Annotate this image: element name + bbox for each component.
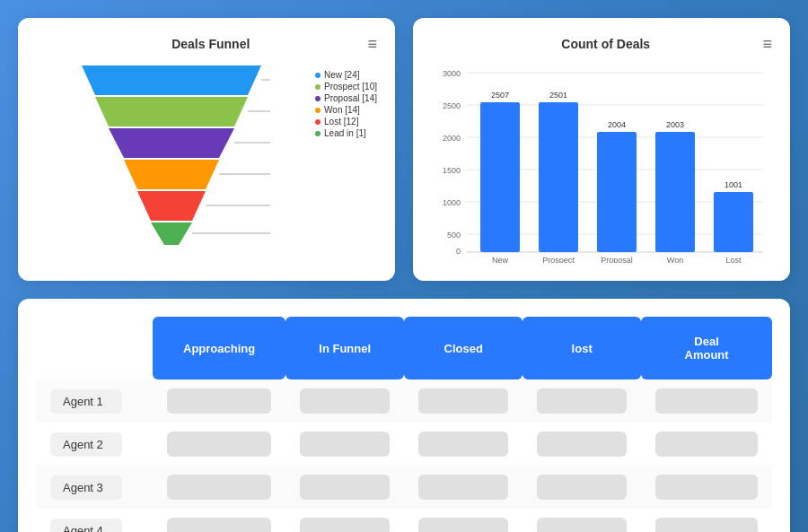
funnel-svg-area	[36, 65, 306, 245]
lost-bar-4	[537, 518, 627, 532]
approaching-bar-2	[167, 432, 271, 457]
funnel-labels: New [24] Prospect [10] Proposal [14] Won…	[315, 65, 377, 138]
lost-bar-1	[537, 388, 627, 414]
approaching-cell-3	[153, 466, 285, 509]
agent-table: Approaching In Funnel Closed lost Deal A…	[36, 317, 772, 532]
funnel-label-1: Prospect [10]	[315, 82, 377, 92]
svg-text:2501: 2501	[549, 91, 567, 100]
funnel-card: Deals Funnel ≡	[18, 18, 395, 281]
closed-cell-3	[404, 466, 523, 509]
funnel-label-3: Won [14]	[315, 105, 377, 115]
agent-name-1: Agent 1	[50, 389, 122, 414]
funnel-label-text-0: New [24]	[324, 70, 359, 80]
closed-bar-3	[418, 475, 508, 500]
th-lost: lost	[523, 317, 641, 379]
svg-marker-0	[82, 65, 261, 95]
dealamount-cell-4	[641, 509, 772, 532]
closed-cell-2	[404, 423, 523, 466]
funnel-label-text-1: Prospect [10]	[324, 82, 377, 92]
lost-bar-2	[537, 432, 627, 457]
dealamount-header-btn[interactable]: Deal Amount	[655, 326, 758, 371]
lost-cell-4	[523, 509, 641, 532]
funnel-label-text-2: Proposal [14]	[324, 93, 377, 103]
approaching-cell-1	[153, 379, 285, 423]
infunnel-cell-1	[285, 379, 404, 423]
funnel-dot-2	[315, 96, 321, 101]
lost-bar-3	[537, 475, 627, 500]
funnel-menu-icon[interactable]: ≡	[367, 36, 377, 52]
infunnel-header-btn[interactable]: In Funnel	[300, 333, 390, 364]
funnel-dot-4	[315, 119, 321, 125]
table-row: Agent 3	[36, 466, 772, 509]
approaching-bar-1	[167, 388, 271, 414]
bar-chart-card: Count of Deals ≡ 3000 2500 2000 1500 100…	[413, 18, 790, 281]
svg-rect-32	[597, 132, 637, 252]
funnel-label-0: New [24]	[315, 70, 377, 80]
approaching-cell-2	[153, 423, 285, 466]
th-agent	[36, 317, 153, 379]
dealamount-bar-3	[655, 475, 758, 500]
approaching-header-btn[interactable]: Approaching	[167, 333, 271, 364]
svg-marker-2	[109, 128, 234, 158]
lost-cell-3	[523, 466, 641, 509]
table-header-row: Approaching In Funnel Closed lost Deal A…	[36, 317, 772, 379]
closed-header-btn[interactable]: Closed	[418, 333, 508, 364]
funnel-label-4: Lost [12]	[315, 117, 377, 126]
lost-header-btn[interactable]: lost	[537, 333, 627, 364]
svg-rect-38	[714, 192, 753, 252]
funnel-svg	[73, 65, 270, 245]
bar-chart-title: Count of Deals	[449, 37, 762, 51]
svg-text:1500: 1500	[443, 166, 461, 175]
funnel-dot-1	[315, 84, 321, 90]
lost-cell-1	[523, 379, 641, 423]
lost-cell-2	[523, 423, 641, 466]
table-row: Agent 1	[36, 379, 772, 423]
svg-text:2004: 2004	[608, 120, 626, 129]
svg-text:Won: Won	[667, 256, 683, 263]
closed-cell-4	[404, 509, 523, 532]
infunnel-bar-3	[300, 475, 390, 500]
bar-chart-menu-icon[interactable]: ≡	[762, 36, 772, 52]
closed-bar-1	[418, 388, 508, 414]
dealamount-bar-4	[655, 518, 758, 532]
infunnel-bar-1	[300, 388, 390, 414]
approaching-cell-4	[153, 509, 285, 532]
svg-marker-3	[124, 160, 219, 189]
svg-text:2000: 2000	[443, 134, 461, 143]
agent-name-3: Agent 3	[50, 475, 122, 500]
th-closed: Closed	[404, 317, 523, 379]
funnel-label-2: Proposal [14]	[315, 93, 377, 103]
svg-text:1001: 1001	[725, 180, 742, 189]
infunnel-cell-2	[285, 423, 404, 466]
svg-text:Proposal: Proposal	[601, 256, 633, 263]
funnel-label-5: Lead in [1]	[315, 128, 377, 138]
svg-text:Lost: Lost	[725, 256, 742, 263]
svg-text:New: New	[492, 256, 509, 263]
infunnel-bar-2	[300, 432, 390, 457]
dealamount-cell-3	[641, 466, 772, 509]
infunnel-bar-4	[300, 518, 390, 532]
dealamount-cell-2	[641, 423, 772, 466]
svg-marker-5	[151, 222, 192, 245]
svg-text:3000: 3000	[443, 69, 461, 78]
funnel-label-text-3: Won [14]	[324, 105, 360, 115]
closed-cell-1	[404, 379, 523, 423]
th-approaching: Approaching	[153, 317, 285, 379]
agent-cell-2: Agent 2	[36, 423, 153, 466]
table-card: Approaching In Funnel Closed lost Deal A…	[18, 299, 790, 532]
dealamount-cell-1	[641, 379, 772, 423]
top-row: Deals Funnel ≡	[18, 18, 790, 281]
svg-text:500: 500	[447, 231, 461, 240]
svg-marker-4	[137, 191, 206, 221]
bar-chart-area: 3000 2500 2000 1500 1000 500 0	[431, 65, 772, 263]
infunnel-cell-3	[285, 466, 404, 509]
closed-bar-2	[418, 432, 508, 457]
agent-cell-3: Agent 3	[36, 466, 153, 509]
funnel-dot-0	[315, 73, 321, 78]
svg-text:2507: 2507	[491, 91, 509, 100]
approaching-bar-4	[167, 518, 271, 532]
main-container: Deals Funnel ≡	[18, 18, 790, 532]
closed-bar-4	[418, 518, 508, 532]
svg-rect-29	[539, 102, 578, 252]
svg-marker-1	[95, 97, 248, 126]
